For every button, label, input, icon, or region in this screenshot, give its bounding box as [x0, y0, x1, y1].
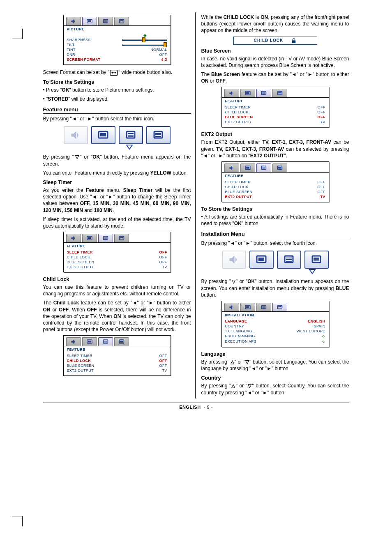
- big-picture-icon: [249, 251, 274, 269]
- tab-sound-icon: [66, 234, 81, 242]
- tab-picture-icon: [240, 164, 255, 172]
- sleep-timer-p1: As you enter the Feature menu, Sleep Tim…: [43, 187, 191, 214]
- osd-rows: ◆ SHARPNESS TILT TINTNORMAL DNROFF SCREE…: [64, 32, 171, 64]
- language-heading: Language: [201, 351, 349, 357]
- tab-feature-icon: [98, 337, 113, 346]
- tab-feature-icon: [98, 234, 113, 242]
- child-lock-banner: CHILD LOCK: [233, 37, 317, 45]
- wide-mode-icon: [109, 69, 118, 76]
- tab-install-icon: [114, 337, 129, 346]
- osd-feature-childlock: FEATURE SLEEP TIMEROFF CHILD LOCKOFF BLU…: [63, 335, 171, 376]
- tab-sound-icon: [66, 337, 81, 346]
- right-column: While the CHILD LOCK is ON, pressing any…: [201, 12, 349, 398]
- big-install-icon: [304, 251, 329, 269]
- big-sound-icon: [64, 126, 88, 144]
- big-picture-icon: [91, 126, 115, 144]
- feature-yellow: You can enter Feature menu directly by p…: [43, 170, 191, 176]
- tab-sound-icon: [224, 303, 239, 311]
- country-heading: Country: [201, 375, 349, 381]
- language-p: By pressing "△" or "▽" button, select La…: [201, 359, 349, 372]
- big-install-icon: [146, 126, 171, 144]
- sleep-timer-p2: If sleep timer is activated, at the end …: [43, 216, 191, 229]
- tab-picture-icon: [240, 303, 255, 311]
- tab-sound-icon: [66, 17, 81, 25]
- selector-arrow-icon: [43, 144, 191, 151]
- big-feature-icon: [119, 126, 143, 144]
- osd-feature-bluescreen: FEATURE SLEEP TIMEROFF CHILD LOCKOFF BLU…: [221, 87, 329, 127]
- tab-feature-icon: [98, 17, 113, 25]
- tab-picture-icon: [82, 337, 97, 346]
- install-icon-row: [201, 251, 349, 269]
- install-press: By pressing "▽" or "OK" button, Installa…: [201, 278, 349, 298]
- country-p: By pressing "△" or "▽" button, select Co…: [201, 382, 349, 396]
- selector-arrow-icon: [201, 269, 349, 276]
- big-feature-icon: [277, 251, 301, 269]
- blue-screen-p1: In case, no valid signal is detected (in…: [201, 55, 349, 69]
- left-column: PICTURE ◆ SHARPNESS TILT TINTNORMAL DNRO…: [43, 12, 196, 398]
- tab-feature-icon: [256, 89, 271, 97]
- tab-install-icon: [272, 303, 287, 311]
- store-settings-heading-2: To Store the Settings: [201, 206, 349, 212]
- tab-feature-icon: [256, 164, 271, 172]
- blue-screen-p2: The Blue Screen feature can be set by "◄…: [201, 71, 349, 84]
- ext2-heading: EXT2 Output: [201, 131, 349, 137]
- store-bullet-1: • Press "OK" button to store Picture men…: [43, 87, 191, 93]
- tab-install-icon: [272, 164, 287, 172]
- tab-picture-icon: [82, 234, 97, 242]
- feature-press-ok: By pressing "▽" or "OK" button, Feature …: [43, 154, 191, 167]
- feature-icon-row: [43, 126, 191, 144]
- page-footer: ENGLISH - 9 -: [43, 403, 349, 410]
- page: PICTURE ◆ SHARPNESS TILT TINTNORMAL DNRO…: [43, 12, 349, 410]
- child-lock-p1: You can use this feature to prevent chil…: [43, 284, 191, 297]
- osd-picture-menu: PICTURE ◆ SHARPNESS TILT TINTNORMAL DNRO…: [63, 15, 171, 65]
- tab-picture-icon: [240, 89, 255, 97]
- install-intro: By pressing "◄" or "►" button, select th…: [201, 240, 349, 246]
- tab-install-icon: [272, 89, 287, 97]
- screen-format-note: Screen Format can be set by "" wide mode…: [43, 69, 191, 76]
- feature-intro: By pressing "◄" or "►" button select the…: [43, 115, 191, 122]
- lock-icon: [291, 38, 296, 43]
- child-lock-p2: The Child Lock feature can be set by "◄"…: [43, 299, 191, 333]
- osd-installation: INSTALLATION LANGUAGEENGLISH COUNTRYSPAI…: [221, 301, 329, 347]
- osd-feature-ext2: FEATURE SLEEP TIMEROFF CHILD LOCKOFF BLU…: [221, 161, 329, 202]
- tab-feature-icon: [256, 303, 271, 311]
- feature-menu-heading: Feature menu: [43, 106, 191, 114]
- store-settings-heading: To Store the Settings: [43, 79, 191, 85]
- big-sound-icon: [222, 251, 246, 269]
- store-bullet-2: • "STORED" will be displayed.: [43, 96, 191, 102]
- osd-title: PICTURE: [64, 26, 171, 32]
- tab-sound-icon: [224, 89, 239, 97]
- child-lock-heading: Child Lock: [43, 276, 191, 282]
- tab-install-icon: [114, 17, 129, 25]
- ext2-p1: From EXT2 Output, either TV, EXT-1, EXT-…: [201, 139, 349, 159]
- sleep-timer-heading: Sleep Timer: [43, 180, 191, 185]
- osd-feature-sleep: FEATURE SLEEP TIMEROFF CHILD LOCKOFF BLU…: [63, 232, 171, 272]
- tab-picture-icon: [82, 17, 97, 25]
- blue-screen-heading: Blue Screen: [201, 48, 349, 54]
- child-lock-on-warning: While the CHILD LOCK is ON, pressing any…: [201, 14, 349, 34]
- tab-sound-icon: [224, 164, 239, 172]
- installation-heading: Installation Menu: [201, 231, 349, 238]
- store-auto: • All settings are stored automatically …: [201, 214, 349, 227]
- tab-install-icon: [114, 234, 129, 242]
